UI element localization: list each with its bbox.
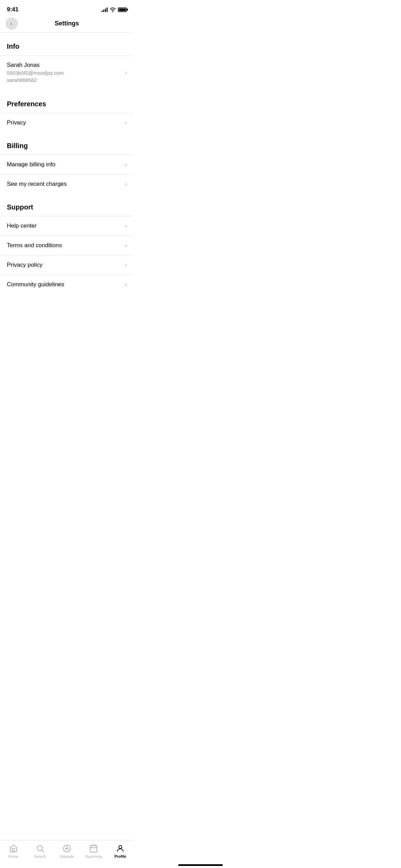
help-center-chevron-icon: › bbox=[125, 223, 127, 229]
status-time: 9:41 bbox=[7, 6, 19, 13]
user-profile-item[interactable]: Sarah Jonas 5503b5f2@moodjoy.com sarah86… bbox=[0, 55, 134, 91]
terms-label: Terms and conditions bbox=[7, 242, 62, 249]
section-info-title: Info bbox=[7, 43, 20, 50]
page-header: ‹ Settings bbox=[0, 16, 134, 33]
manage-billing-chevron-icon: › bbox=[125, 161, 127, 168]
help-center-item[interactable]: Help center › bbox=[0, 216, 134, 236]
section-support-header: Support bbox=[0, 194, 134, 216]
privacy-chevron-icon: › bbox=[125, 120, 127, 126]
settings-content: Info Sarah Jonas 5503b5f2@moodjoy.com sa… bbox=[0, 33, 134, 328]
privacy-policy-item[interactable]: Privacy policy › bbox=[0, 255, 134, 275]
community-guidelines-label: Community guidelines bbox=[7, 281, 64, 288]
section-support-title: Support bbox=[7, 203, 33, 211]
privacy-policy-label: Privacy policy bbox=[7, 262, 42, 268]
section-billing-header: Billing bbox=[0, 132, 134, 155]
section-preferences-title: Preferences bbox=[7, 100, 46, 108]
svg-point-0 bbox=[112, 11, 113, 12]
status-bar: 9:41 bbox=[0, 0, 134, 16]
manage-billing-label: Manage billing info bbox=[7, 161, 56, 168]
community-guidelines-item[interactable]: Community guidelines › bbox=[0, 275, 134, 294]
user-email: 5503b5f2@moodjoy.com bbox=[7, 70, 64, 76]
user-item-chevron-icon: › bbox=[125, 69, 127, 75]
recent-charges-chevron-icon: › bbox=[125, 181, 127, 187]
page-title: Settings bbox=[54, 20, 79, 27]
community-guidelines-chevron-icon: › bbox=[125, 281, 127, 288]
terms-chevron-icon: › bbox=[125, 242, 127, 249]
wifi-icon bbox=[110, 7, 116, 13]
help-center-label: Help center bbox=[7, 222, 37, 229]
privacy-policy-chevron-icon: › bbox=[125, 262, 127, 268]
manage-billing-item[interactable]: Manage billing info › bbox=[0, 155, 134, 174]
section-info-header: Info bbox=[0, 33, 134, 55]
battery-icon bbox=[118, 8, 127, 12]
terms-item[interactable]: Terms and conditions › bbox=[0, 236, 134, 255]
privacy-label: Privacy bbox=[7, 119, 26, 126]
back-chevron-icon: ‹ bbox=[10, 21, 12, 27]
signal-icon bbox=[101, 7, 108, 12]
privacy-item[interactable]: Privacy › bbox=[0, 113, 134, 132]
user-name: Sarah Jonas bbox=[7, 62, 64, 69]
section-preferences-header: Preferences bbox=[0, 91, 134, 113]
section-billing-title: Billing bbox=[7, 142, 28, 149]
recent-charges-label: See my recent charges bbox=[7, 181, 67, 188]
back-button[interactable]: ‹ bbox=[5, 17, 18, 30]
user-info-text: Sarah Jonas 5503b5f2@moodjoy.com sarah86… bbox=[7, 62, 64, 83]
status-icons bbox=[101, 7, 127, 13]
user-handle: sarah866562 bbox=[7, 77, 64, 83]
recent-charges-item[interactable]: See my recent charges › bbox=[0, 174, 134, 194]
